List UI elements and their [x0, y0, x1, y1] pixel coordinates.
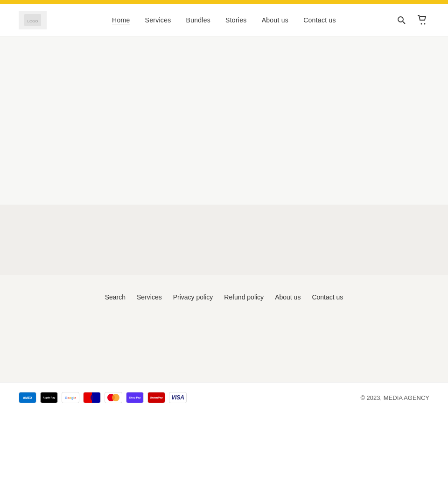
announcement-bar	[0, 0, 448, 4]
search-icon	[397, 15, 406, 25]
header: LOGO HomeServicesBundlesStoriesAbout usC…	[0, 4, 448, 36]
payment-icon-union-pay: UnionPay	[147, 392, 165, 403]
payment-icon-google-pay: Google	[62, 392, 79, 403]
footer-link-refund-policy[interactable]: Refund policy	[224, 293, 264, 301]
nav-item-bundles[interactable]: Bundles	[186, 16, 211, 24]
payment-icon-apple-pay: Apple Pay	[40, 392, 58, 403]
cart-icon	[417, 15, 427, 25]
payment-icon-maestro	[83, 392, 101, 403]
nav-item-stories[interactable]: Stories	[225, 16, 247, 24]
svg-point-4	[421, 23, 422, 24]
footer-link-about-us[interactable]: About us	[275, 293, 301, 301]
cart-button[interactable]	[415, 13, 429, 27]
header-actions	[395, 13, 429, 27]
copyright: © 2023, MEDIA AGENCY	[360, 394, 429, 401]
nav-item-contact-us[interactable]: Contact us	[303, 16, 336, 24]
main-content-area	[0, 36, 448, 205]
main-nav: HomeServicesBundlesStoriesAbout usContac…	[112, 16, 336, 24]
search-button[interactable]	[395, 14, 408, 27]
nav-item-services[interactable]: Services	[145, 16, 171, 24]
svg-point-5	[424, 23, 426, 24]
footer-bottom: AMEXApple PayGoogleShop PayUnionPayVISA …	[0, 382, 448, 413]
payment-icon-shop-pay: Shop Pay	[126, 392, 144, 403]
payment-icons: AMEXApple PayGoogleShop PayUnionPayVISA	[19, 392, 187, 403]
svg-point-2	[398, 17, 403, 22]
logo[interactable]: LOGO	[19, 11, 47, 29]
nav-item-about-us[interactable]: About us	[262, 16, 289, 24]
footer-section: SearchServicesPrivacy policyRefund polic…	[0, 275, 448, 382]
svg-text:LOGO: LOGO	[27, 19, 38, 23]
footer-link-privacy-policy[interactable]: Privacy policy	[173, 293, 213, 301]
svg-line-3	[403, 21, 405, 24]
nav-item-home[interactable]: Home	[112, 16, 130, 24]
footer-link-search[interactable]: Search	[105, 293, 126, 301]
payment-icon-visa: VISA	[169, 392, 187, 403]
footer-link-contact-us[interactable]: Contact us	[312, 293, 343, 301]
payment-icon-mastercard	[105, 392, 122, 403]
payment-icon-american-express: AMEX	[19, 392, 36, 403]
footer-links: SearchServicesPrivacy policyRefund polic…	[0, 275, 448, 310]
footer-link-services[interactable]: Services	[137, 293, 162, 301]
middle-section	[0, 205, 448, 275]
